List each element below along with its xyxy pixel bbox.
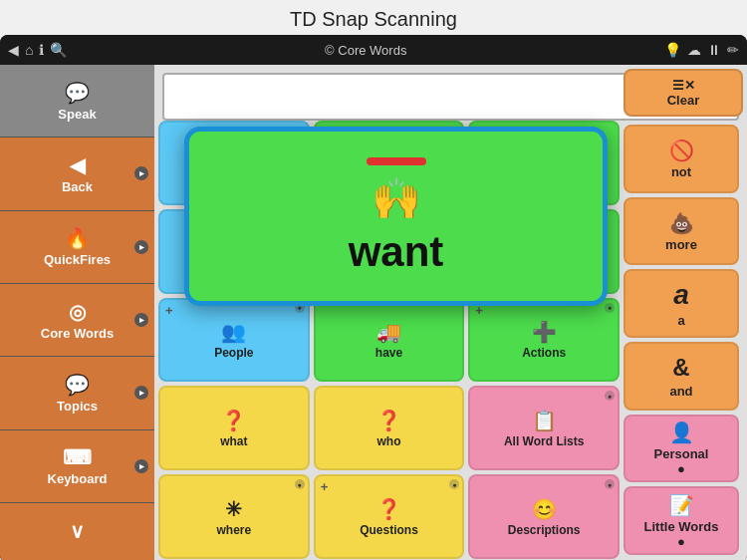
home-icon[interactable]: ⌂: [25, 42, 33, 58]
clear-label: Clear: [667, 93, 700, 108]
cell-descriptions[interactable]: 😊 Descriptions ●: [468, 474, 620, 559]
grid-row-4: ❓ what ❓ who 📋 All Word Lists ●: [158, 386, 620, 470]
want-overlay[interactable]: 🙌 want: [184, 127, 608, 306]
clear-icon: ☰✕: [672, 78, 695, 93]
descriptions-icon: 😊: [532, 497, 557, 521]
right-cell-a[interactable]: a a: [623, 269, 739, 338]
topbar-center: © Core Words: [325, 43, 406, 58]
people-plus: +: [165, 303, 173, 318]
right-cell-more[interactable]: 💩 more: [623, 197, 739, 266]
fire-icon: 🔥: [65, 226, 90, 250]
descriptions-label: Descriptions: [508, 523, 581, 537]
sidebar-item-corewords[interactable]: ◎ Core Words ▸: [0, 284, 154, 357]
personal-icon: 👤: [669, 420, 694, 444]
actions-corner: ●: [605, 303, 615, 313]
sidebar-label-keyboard: Keyboard: [48, 471, 108, 486]
corewords-icon: ◎: [69, 300, 86, 324]
who-label: who: [377, 434, 401, 448]
right-cell-personal[interactable]: 👤 Personal ●: [623, 415, 739, 483]
actions-label: Actions: [522, 346, 566, 360]
info-icon[interactable]: ℹ: [39, 42, 44, 58]
topics-icon: 💬: [65, 373, 90, 397]
main-layout: 💬 Speak ◀ Back ▸ 🔥 QuickFires ▸ ◎ Core W…: [0, 65, 747, 560]
app-frame: ◀ ⌂ ℹ 🔍 © Core Words 💡 ☁ ⏸ ✏ 💬 Speak ◀ B…: [0, 35, 747, 560]
clear-button[interactable]: ☰✕ Clear: [623, 69, 743, 117]
allwordlists-icon: 📋: [532, 409, 557, 432]
where-icon: ✳: [225, 497, 242, 521]
right-cell-not[interactable]: 🚫 not: [623, 125, 739, 193]
a-label: a: [677, 313, 684, 328]
content-area: ☰✕ Clear 🙌 want 👤: [154, 65, 747, 560]
sidebar-arrow-topics: ▸: [134, 386, 148, 400]
topbar-left-icons: ◀ ⌂ ℹ 🔍: [8, 42, 67, 58]
allwordlists-label: All Word Lists: [504, 434, 584, 448]
edit-icon[interactable]: ✏: [727, 42, 739, 58]
right-column: 🚫 not 💩 more a a & and: [623, 121, 743, 559]
people-label: People: [214, 346, 253, 360]
sidebar-item-topics[interactable]: 💬 Topics ▸: [0, 357, 154, 429]
sidebar-item-keyboard[interactable]: ⌨ Keyboard ▸: [0, 430, 154, 503]
cell-questions[interactable]: + ❓ Questions ●: [314, 474, 465, 559]
cell-have[interactable]: 🚚 have: [314, 298, 465, 383]
chevron-down-icon: ∨: [70, 519, 85, 543]
sidebar-item-speak[interactable]: 💬 Speak: [0, 65, 154, 138]
where-corner: ●: [295, 479, 305, 489]
sidebar-label-back: Back: [62, 179, 93, 194]
sidebar-arrow-kb: ▸: [134, 459, 148, 473]
and-icon: &: [672, 354, 689, 382]
what-icon: ❓: [221, 409, 246, 432]
sidebar-item-chevron[interactable]: ∨: [0, 503, 154, 560]
overlay-bar: [367, 157, 426, 165]
not-icon: 🚫: [669, 139, 694, 162]
questions-label: Questions: [360, 523, 418, 537]
sidebar-label-speak: Speak: [58, 107, 96, 122]
not-label: not: [671, 164, 691, 179]
cell-allwordlists[interactable]: 📋 All Word Lists ●: [468, 386, 620, 470]
cell-where[interactable]: ✳ where ●: [158, 474, 310, 559]
littlewords-icon: 📝: [669, 493, 694, 517]
grid-row-5: ✳ where ● + ❓ Questions ● 😊 Descrip: [158, 474, 620, 559]
what-label: what: [220, 434, 247, 448]
sidebar-label-topics: Topics: [57, 399, 98, 414]
and-label: and: [669, 384, 692, 399]
questions-icon: ❓: [376, 497, 401, 521]
back-nav-icon: ◀: [70, 153, 85, 177]
cell-what[interactable]: ❓ what: [158, 386, 310, 470]
cell-who[interactable]: ❓ who: [314, 386, 465, 470]
sidebar-arrow-qf: ▸: [134, 240, 148, 254]
littlewords-corner: ●: [677, 534, 685, 549]
want-word: want: [349, 228, 444, 276]
cell-people[interactable]: + 👥 People ●: [158, 298, 310, 383]
sidebar-item-quickfires[interactable]: 🔥 QuickFires ▸: [0, 211, 154, 284]
grid-row-3: + 👥 People ● 🚚 have + ➕ Actions: [158, 298, 620, 383]
search-icon[interactable]: 🔍: [50, 42, 67, 58]
back-icon[interactable]: ◀: [8, 42, 19, 58]
sidebar-label-corewords: Core Words: [41, 326, 114, 341]
bulb-icon[interactable]: 💡: [664, 42, 681, 58]
sidebar: 💬 Speak ◀ Back ▸ 🔥 QuickFires ▸ ◎ Core W…: [0, 65, 154, 560]
top-bar: ◀ ⌂ ℹ 🔍 © Core Words 💡 ☁ ⏸ ✏: [0, 35, 747, 65]
cloud-icon[interactable]: ☁: [687, 42, 701, 58]
questions-corner: ●: [449, 479, 459, 489]
have-label: have: [375, 346, 402, 360]
questions-plus: +: [321, 479, 329, 494]
personal-corner: ●: [677, 461, 685, 476]
have-icon: 🚚: [376, 320, 401, 344]
want-icon: 🙌: [372, 175, 421, 222]
awl-corner: ●: [605, 391, 615, 401]
app-title: TD Snap Scanning: [0, 0, 747, 35]
people-icon: 👥: [221, 320, 246, 344]
sidebar-arrow-back: ▸: [134, 166, 148, 180]
personal-label: Personal: [654, 446, 709, 461]
keyboard-icon: ⌨: [63, 445, 92, 469]
who-icon: ❓: [376, 409, 401, 432]
right-cell-and[interactable]: & and: [623, 342, 739, 411]
topbar-right-icons: 💡 ☁ ⏸ ✏: [664, 42, 739, 58]
cell-actions[interactable]: + ➕ Actions ●: [468, 298, 620, 383]
right-cell-littlewords[interactable]: 📝 Little Words ●: [623, 486, 739, 555]
pause-icon[interactable]: ⏸: [707, 42, 721, 58]
speak-icon: 💬: [65, 81, 90, 105]
sidebar-item-back[interactable]: ◀ Back ▸: [0, 138, 154, 210]
sidebar-arrow-cw: ▸: [134, 313, 148, 327]
a-icon: a: [673, 279, 689, 311]
